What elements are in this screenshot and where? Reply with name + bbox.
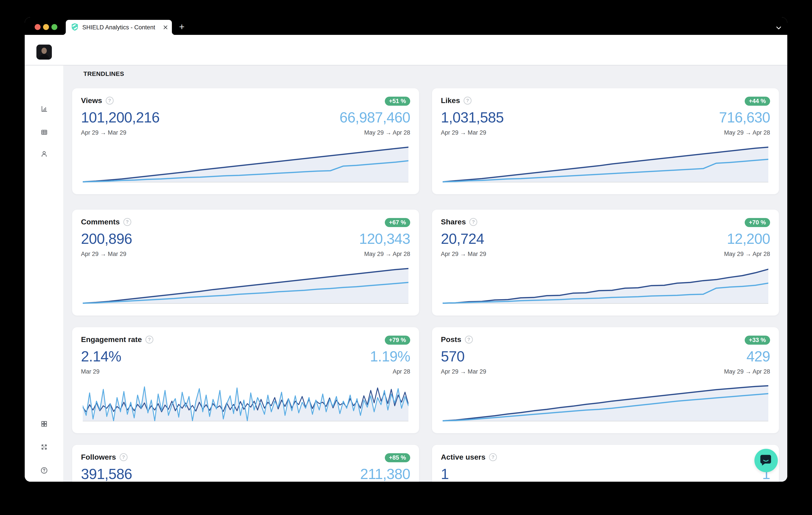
card-title: Comments <box>81 218 120 226</box>
metric-card-followers: Followers +85 % 391,586 211,380 <box>72 445 419 482</box>
previous-value: 12,200 <box>727 231 770 247</box>
trend-sparkline <box>83 381 408 422</box>
card-title: Followers <box>81 453 116 461</box>
current-value: 570 <box>441 348 464 365</box>
previous-range: Apr 28 <box>393 368 410 375</box>
tab-overflow-chevron-icon[interactable] <box>775 26 783 31</box>
current-range: Apr 29 → Mar 29 <box>441 368 486 375</box>
current-range: Mar 29 <box>81 368 99 375</box>
current-range: Apr 29 → Mar 29 <box>441 251 486 258</box>
current-range: Apr 29 → Mar 29 <box>81 251 126 258</box>
browser-tab-bar: SHIELD Analytics - Content Ov + <box>25 17 787 35</box>
metric-card-shares: Shares +70 % 20,724 12,200 Apr 29 → Mar … <box>432 210 779 316</box>
current-value: 1 <box>441 466 449 482</box>
new-tab-button[interactable]: + <box>177 23 186 32</box>
window-minimize-button[interactable] <box>43 24 49 30</box>
previous-value: 1.19% <box>370 348 410 365</box>
grid-icon <box>40 420 48 427</box>
shield-favicon-icon <box>72 23 78 32</box>
card-title: Active users <box>441 453 486 461</box>
section-title: TRENDLINES <box>83 70 124 78</box>
current-value: 2.14% <box>81 348 121 365</box>
current-value: 391,586 <box>81 466 132 482</box>
change-badge: +70 % <box>745 218 770 227</box>
help-icon[interactable] <box>123 218 131 226</box>
previous-value: 66,987,460 <box>340 110 410 125</box>
change-badge: +79 % <box>385 336 410 345</box>
sidebar <box>25 65 63 482</box>
chat-launcher-button[interactable] <box>754 449 778 472</box>
person-icon <box>40 150 48 157</box>
sidebar-item-table[interactable] <box>25 128 63 136</box>
expand-icon <box>40 444 48 451</box>
current-value: 1,031,585 <box>441 110 504 125</box>
card-title: Views <box>81 96 102 105</box>
help-icon[interactable] <box>469 218 477 226</box>
window-close-button[interactable] <box>35 24 40 30</box>
sidebar-item-fullscreen[interactable] <box>25 444 63 451</box>
change-badge: +44 % <box>745 97 770 106</box>
trend-sparkline <box>443 381 768 422</box>
change-badge: +51 % <box>385 97 410 106</box>
previous-value: 211,380 <box>360 466 410 482</box>
previous-range: May 29 → Apr 28 <box>724 129 770 136</box>
trend-sparkline <box>443 142 768 183</box>
chat-bubble-icon <box>760 454 773 467</box>
metric-card-active-users: Active users 1 1 <box>432 445 779 482</box>
trend-sparkline <box>443 263 768 304</box>
card-title: Shares <box>441 218 466 226</box>
previous-range: May 29 → Apr 28 <box>364 251 410 258</box>
window-zoom-button[interactable] <box>51 24 57 30</box>
table-icon <box>40 128 48 136</box>
previous-range: May 29 → Apr 28 <box>724 368 770 375</box>
metric-card-views: Views +51 % 101,200,216 66,987,460 Apr 2… <box>72 88 419 194</box>
current-range: Apr 29 → Mar 29 <box>441 129 486 136</box>
browser-window: SHIELD Analytics - Content Ov + <box>25 17 787 482</box>
change-badge: +33 % <box>745 336 770 345</box>
change-badge: +85 % <box>385 453 410 462</box>
help-icon[interactable] <box>106 97 114 105</box>
help-icon[interactable] <box>120 453 127 461</box>
previous-range: May 29 → Apr 28 <box>724 251 770 258</box>
card-title: Likes <box>441 96 460 105</box>
previous-value: 429 <box>747 348 770 365</box>
previous-value: 716,630 <box>719 110 770 125</box>
help-icon[interactable] <box>465 336 473 344</box>
current-range: Apr 29 → Mar 29 <box>81 129 126 136</box>
tab-title: SHIELD Analytics - Content Ov <box>82 24 155 31</box>
current-value: 200,896 <box>81 231 132 247</box>
help-icon[interactable] <box>489 453 497 461</box>
bar-chart-icon <box>40 106 48 113</box>
previous-value: 120,343 <box>359 231 410 247</box>
change-badge: +67 % <box>385 218 410 227</box>
browser-tab[interactable]: SHIELD Analytics - Content Ov <box>66 20 172 35</box>
help-icon <box>40 467 48 474</box>
trend-sparkline <box>83 263 408 304</box>
user-avatar[interactable] <box>36 45 52 60</box>
metric-card-engagement-rate: Engagement rate +79 % 2.14% 1.19% Mar 29… <box>72 327 419 433</box>
sidebar-item-analytics[interactable] <box>25 106 63 113</box>
metric-card-comments: Comments +67 % 200,896 120,343 Apr 29 → … <box>72 210 419 316</box>
card-title: Posts <box>441 335 461 344</box>
previous-range: May 29 → Apr 28 <box>364 129 410 136</box>
metric-card-likes: Likes +44 % 1,031,585 716,630 Apr 29 → M… <box>432 88 779 194</box>
help-icon[interactable] <box>145 336 153 344</box>
current-value: 20,724 <box>441 231 484 247</box>
metric-card-posts: Posts +33 % 570 429 Apr 29 → Mar 29 May … <box>432 327 779 433</box>
card-title: Engagement rate <box>81 335 142 344</box>
help-icon[interactable] <box>464 97 471 105</box>
page-header <box>25 35 787 65</box>
sidebar-item-help[interactable] <box>25 467 63 474</box>
sidebar-item-profile[interactable] <box>25 150 63 157</box>
current-value: 101,200,216 <box>81 110 160 125</box>
tab-close-icon[interactable] <box>162 24 169 31</box>
trend-sparkline <box>83 142 408 183</box>
sidebar-item-apps[interactable] <box>25 420 63 427</box>
